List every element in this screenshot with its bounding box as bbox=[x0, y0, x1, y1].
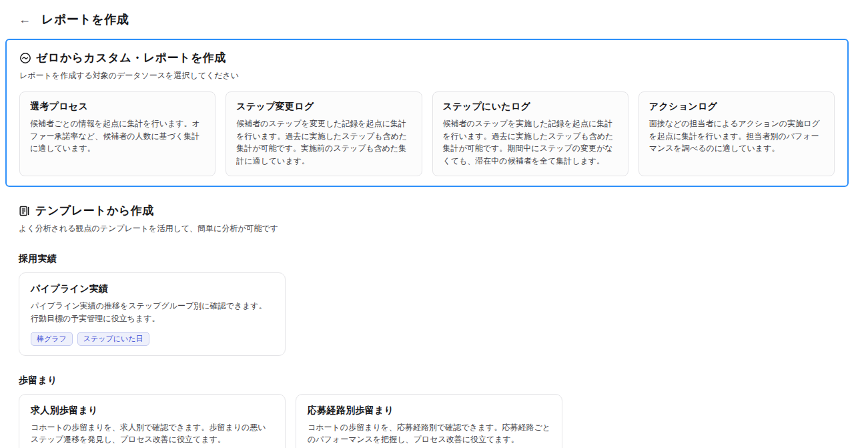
template-section: テンプレートから作成 よく分析される観点のテンプレートを活用して、簡単に分析が可… bbox=[0, 203, 868, 448]
tag-badge: ステップにいた日 bbox=[77, 332, 149, 346]
datasource-card-title: ステップにいたログ bbox=[443, 101, 618, 113]
template-card-description: コホートの歩留まりを、求人別で確認できます。歩留まりの悪いステップ遷移を発見し、… bbox=[31, 421, 274, 446]
datasource-card-action-log[interactable]: アクションログ 面接などの担当者によるアクションの実施ログを起点に集計を行います… bbox=[638, 91, 835, 176]
template-section-title: テンプレートから作成 bbox=[35, 203, 154, 218]
custom-report-section: ゼロからカスタム・レポートを作成 レポートを作成する対象のデータソースを選択して… bbox=[5, 39, 849, 187]
template-card-pipeline-results[interactable]: パイプライン実績 パイプライン実績の推移をステップグループ別に確認できます。行動… bbox=[19, 272, 286, 355]
top-bar: ← レポートを作成 bbox=[0, 0, 868, 36]
back-arrow-icon[interactable]: ← bbox=[19, 13, 31, 25]
datasource-card-selection-process[interactable]: 選考プロセス 候補者ごとの情報を起点に集計を行います。オファー承諾率など、候補者… bbox=[19, 91, 215, 176]
template-card-title: 応募経路別歩留まり bbox=[308, 405, 550, 417]
template-section-subtitle: よく分析される観点のテンプレートを活用して、簡単に分析が可能です bbox=[19, 223, 868, 234]
waveform-circle-icon bbox=[19, 52, 31, 64]
datasource-card-description: 候補者のステップを実施した記録を起点に集計を行います。過去に実施したステップも含… bbox=[443, 118, 618, 167]
template-card-yield-by-channel[interactable]: 応募経路別歩留まり コホートの歩留まりを、応募経路別で確認できます。応募経路ごと… bbox=[296, 394, 562, 448]
datasource-card-description: 候補者のステップを変更した記録を起点に集計を行います。過去に実施したステップも含… bbox=[236, 118, 411, 167]
group-heading-yield: 歩留まり bbox=[19, 375, 868, 387]
datasource-cards-row: 選考プロセス 候補者ごとの情報を起点に集計を行います。オファー承諾率など、候補者… bbox=[19, 91, 835, 176]
template-cards-row: パイプライン実績 パイプライン実績の推移をステップグループ別に確認できます。行動… bbox=[19, 272, 868, 355]
template-card-description: コホートの歩留まりを、応募経路別で確認できます。応募経路ごとのパフォーマンスを把… bbox=[308, 421, 550, 446]
custom-section-title: ゼロからカスタム・レポートを作成 bbox=[36, 50, 226, 65]
template-document-icon bbox=[19, 205, 31, 217]
datasource-card-title: ステップ変更ログ bbox=[236, 101, 411, 113]
datasource-card-step-change-log[interactable]: ステップ変更ログ 候補者のステップを変更した記録を起点に集計を行います。過去に実… bbox=[226, 91, 422, 176]
custom-section-subtitle: レポートを作成する対象のデータソースを選択してください bbox=[19, 70, 835, 81]
group-heading-hiring-results: 採用実績 bbox=[19, 253, 868, 265]
tag-badge: 棒グラフ bbox=[31, 332, 73, 346]
tag-list: 棒グラフ ステップにいた日 bbox=[31, 332, 274, 346]
template-card-description: パイプライン実績の推移をステップグループ別に確認できます。行動目標の予実管理に役… bbox=[31, 300, 274, 324]
datasource-card-description: 面接などの担当者によるアクションの実施ログを起点に集計を行います。担当者別のパフ… bbox=[649, 118, 824, 155]
template-card-title: 求人別歩留まり bbox=[31, 405, 274, 417]
template-card-yield-by-job[interactable]: 求人別歩留まり コホートの歩留まりを、求人別で確認できます。歩留まりの悪いステッ… bbox=[19, 394, 286, 448]
template-card-title: パイプライン実績 bbox=[31, 283, 274, 295]
datasource-card-description: 候補者ごとの情報を起点に集計を行います。オファー承諾率など、候補者の人数に基づく… bbox=[30, 118, 205, 155]
datasource-card-title: 選考プロセス bbox=[30, 101, 205, 113]
datasource-card-title: アクションログ bbox=[649, 101, 824, 113]
datasource-card-step-stay-log[interactable]: ステップにいたログ 候補者のステップを実施した記録を起点に集計を行います。過去に… bbox=[432, 91, 628, 176]
template-cards-row: 求人別歩留まり コホートの歩留まりを、求人別で確認できます。歩留まりの悪いステッ… bbox=[19, 394, 868, 448]
page-title: レポートを作成 bbox=[41, 11, 129, 27]
